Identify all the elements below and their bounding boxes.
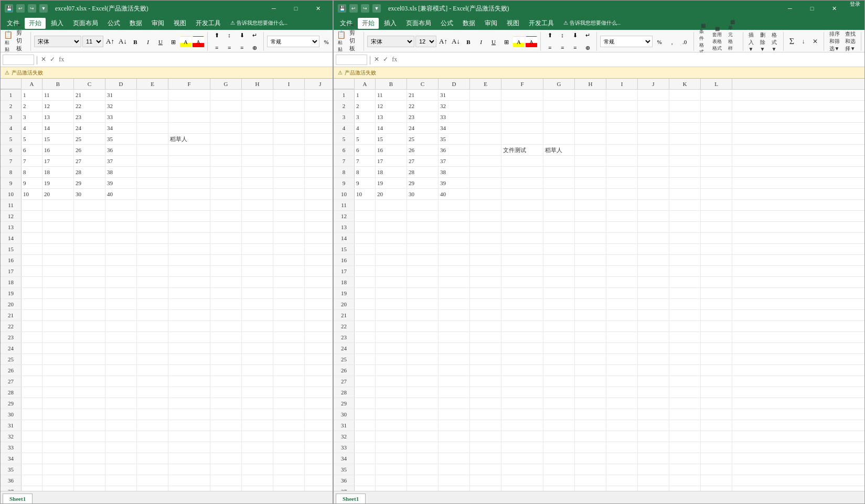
cell[interactable] <box>701 211 732 221</box>
cell[interactable] <box>168 277 210 287</box>
cell[interactable] <box>305 321 333 331</box>
cell[interactable]: 39 <box>105 178 137 188</box>
cell[interactable] <box>355 387 376 398</box>
cell[interactable]: 14 <box>376 123 407 133</box>
cell[interactable] <box>22 398 42 409</box>
cell[interactable] <box>407 277 439 287</box>
row-header[interactable]: 6 <box>1 145 22 155</box>
col-header-D-left[interactable]: D <box>105 79 137 89</box>
cell[interactable] <box>137 453 168 464</box>
cell[interactable]: 6 <box>355 145 376 155</box>
cell[interactable] <box>638 200 669 210</box>
cell[interactable] <box>74 409 105 420</box>
cell[interactable] <box>606 288 638 298</box>
row-header[interactable]: 27 <box>1 376 22 387</box>
paste-btn-left[interactable]: 📋 粘贴 <box>3 29 13 54</box>
row-header[interactable]: 4 <box>334 123 355 133</box>
cell[interactable] <box>137 288 168 298</box>
cell[interactable] <box>355 486 376 491</box>
cell[interactable]: 24 <box>74 123 105 133</box>
cell[interactable] <box>376 211 407 221</box>
cell[interactable] <box>543 167 575 177</box>
cell[interactable] <box>273 431 305 442</box>
cell[interactable] <box>543 277 575 287</box>
cell[interactable] <box>168 255 210 265</box>
cell[interactable]: 2 <box>355 101 376 111</box>
cell[interactable] <box>137 112 168 122</box>
cell[interactable]: 18 <box>42 167 74 177</box>
cell[interactable] <box>439 453 470 464</box>
cell[interactable] <box>210 354 242 364</box>
cell[interactable] <box>638 167 669 177</box>
cell[interactable] <box>701 453 732 464</box>
row-header[interactable]: 26 <box>1 365 22 376</box>
cell[interactable] <box>305 145 333 155</box>
cell[interactable] <box>168 398 210 409</box>
cell[interactable] <box>305 288 333 298</box>
cell[interactable] <box>543 156 575 166</box>
cell[interactable] <box>501 211 543 221</box>
cell[interactable] <box>543 453 575 464</box>
cell[interactable] <box>355 288 376 298</box>
cell[interactable]: 32 <box>439 101 470 111</box>
cell[interactable] <box>638 398 669 409</box>
cell[interactable] <box>701 90 732 100</box>
cell[interactable] <box>543 486 575 491</box>
cell[interactable] <box>501 244 543 254</box>
cell[interactable] <box>105 321 137 331</box>
cell[interactable] <box>701 475 732 486</box>
menu-dev-right[interactable]: 开发工具 <box>525 18 558 29</box>
cell[interactable] <box>210 255 242 265</box>
cell[interactable] <box>376 244 407 254</box>
cell[interactable] <box>501 453 543 464</box>
cell[interactable] <box>168 211 210 221</box>
row-header[interactable]: 22 <box>334 321 355 331</box>
cell[interactable] <box>543 90 575 100</box>
cell[interactable] <box>242 244 273 254</box>
cut-btn-left[interactable]: ✂ 剪切板 <box>14 21 27 53</box>
cell[interactable] <box>501 266 543 276</box>
cell[interactable] <box>273 156 305 166</box>
sheet-tab-1-right[interactable]: Sheet1 <box>336 494 366 503</box>
cell[interactable] <box>42 255 74 265</box>
cell[interactable] <box>210 200 242 210</box>
cell[interactable] <box>273 189 305 199</box>
cell[interactable] <box>105 486 137 491</box>
align-mid-btn[interactable]: ↕ <box>223 29 235 41</box>
cell[interactable]: 37 <box>105 156 137 166</box>
cell[interactable] <box>137 431 168 442</box>
cell[interactable] <box>355 376 376 387</box>
cell[interactable] <box>638 244 669 254</box>
cell[interactable] <box>137 475 168 486</box>
cell[interactable] <box>543 244 575 254</box>
cell[interactable] <box>638 310 669 320</box>
font-grow-btn-right[interactable]: A↑ <box>437 36 449 47</box>
col-header-I-right[interactable]: I <box>606 79 638 89</box>
cell[interactable]: 17 <box>376 156 407 166</box>
menu-layout-left[interactable]: 页面布局 <box>69 18 102 29</box>
align-left-btn-r[interactable]: ≡ <box>544 42 556 53</box>
cell[interactable] <box>638 222 669 232</box>
cell[interactable] <box>543 288 575 298</box>
cell[interactable] <box>407 343 439 353</box>
cell[interactable] <box>137 167 168 177</box>
cell[interactable] <box>210 112 242 122</box>
cell[interactable] <box>42 354 74 364</box>
cell[interactable] <box>543 420 575 431</box>
row-header[interactable]: 5 <box>334 134 355 144</box>
cell[interactable] <box>701 398 732 409</box>
cell[interactable] <box>575 321 606 331</box>
cell[interactable] <box>638 156 669 166</box>
menu-review-right[interactable]: 审阅 <box>480 18 501 29</box>
cell[interactable] <box>575 101 606 111</box>
cell[interactable] <box>501 299 543 309</box>
cell[interactable] <box>137 178 168 188</box>
cell[interactable] <box>273 145 305 155</box>
cell[interactable]: 32 <box>105 101 137 111</box>
cell[interactable] <box>543 365 575 376</box>
cell[interactable] <box>638 475 669 486</box>
cell[interactable] <box>210 178 242 188</box>
cell[interactable] <box>355 409 376 420</box>
cell[interactable] <box>470 101 501 111</box>
cell[interactable] <box>42 486 74 491</box>
